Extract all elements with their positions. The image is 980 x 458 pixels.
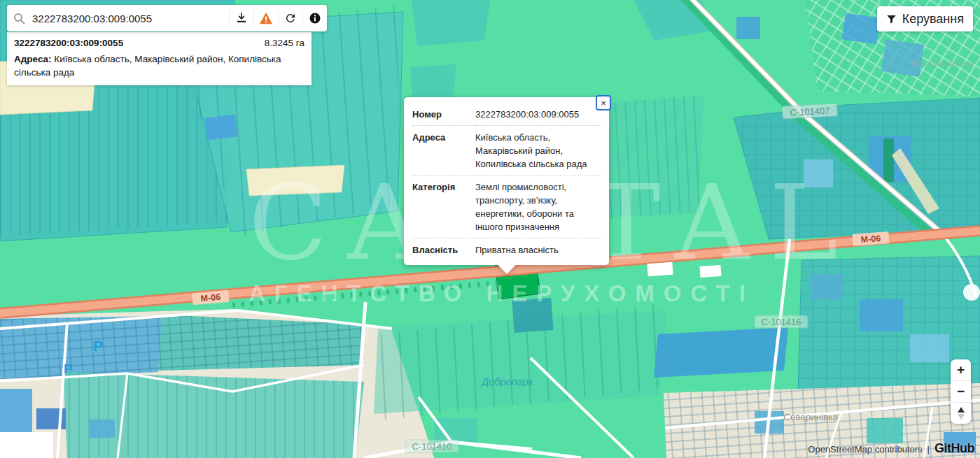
map-attribution: OpenStreetMap contributors | GitHub bbox=[808, 441, 974, 456]
address-label: Адреса: bbox=[14, 54, 52, 64]
zoom-in-button[interactable]: + bbox=[951, 359, 971, 381]
highway-shield-m06-right: М-06 bbox=[852, 231, 889, 246]
osm-attribution-link[interactable]: OpenStreetMap contributors bbox=[808, 444, 922, 455]
manage-button-label: Керування bbox=[902, 12, 964, 27]
row-label: Номер bbox=[412, 103, 475, 126]
refresh-button[interactable] bbox=[278, 9, 302, 27]
place-label-dobropark: Добропарк bbox=[480, 376, 534, 387]
compass-icon bbox=[958, 407, 965, 420]
parcel-area: 8.3245 га bbox=[265, 38, 304, 48]
download-button[interactable] bbox=[229, 9, 253, 27]
attribution-separator: | bbox=[927, 444, 930, 455]
warning-button[interactable] bbox=[253, 9, 278, 27]
row-label: Категорія bbox=[412, 176, 475, 238]
place-label-severynivka: Северинівка bbox=[783, 412, 839, 422]
svg-text:С-101416: С-101416 bbox=[761, 317, 801, 327]
svg-text:С-101410: С-101410 bbox=[412, 441, 451, 452]
row-value: Землі промисловості, транспорту, зв’язку… bbox=[475, 176, 601, 238]
search-icon bbox=[7, 13, 31, 24]
row-label: Власність bbox=[412, 238, 475, 262]
search-bar bbox=[7, 5, 327, 31]
warning-icon bbox=[259, 12, 273, 24]
popup-close-button[interactable]: × bbox=[596, 95, 611, 110]
road-label-c101407: С-101407 bbox=[783, 103, 838, 119]
road-label-c101416: С-101416 bbox=[755, 315, 808, 328]
parcel-number: 3222783200:03:009:0055 bbox=[14, 38, 123, 48]
refresh-icon bbox=[284, 12, 297, 24]
svg-text:С-101407: С-101407 bbox=[790, 106, 830, 118]
github-logo[interactable]: GitHub bbox=[934, 441, 974, 456]
svg-text:М-06: М-06 bbox=[200, 292, 221, 303]
info-icon bbox=[309, 12, 321, 24]
table-row: Адреса Київська область, Макарівський ра… bbox=[412, 126, 601, 176]
compass-button[interactable] bbox=[951, 403, 971, 424]
table-row: Категорія Землі промисловості, транспорт… bbox=[412, 176, 601, 238]
manage-button[interactable]: Керування bbox=[877, 6, 973, 31]
row-value: Приватна власність bbox=[475, 238, 601, 262]
road-label-c101410: С-101410 bbox=[405, 440, 458, 452]
parcel-info-popup: × Номер 3222783200:03:009:0055 Адреса Ки… bbox=[404, 97, 609, 265]
row-value: Київська область, Макарівський район, Ко… bbox=[475, 126, 601, 176]
row-value: 3222783200:03:009:0055 bbox=[475, 103, 601, 126]
parking-icon: Р bbox=[93, 338, 103, 354]
svg-text:М-06: М-06 bbox=[860, 234, 881, 245]
filter-icon bbox=[886, 14, 897, 24]
download-icon bbox=[235, 12, 248, 24]
map-navigation-control: + − bbox=[951, 359, 971, 424]
info-button[interactable] bbox=[302, 9, 327, 27]
parcel-address: Адреса: Київська область, Макарівський р… bbox=[14, 52, 304, 79]
place-label-nova-berezivka: Нова Березівка bbox=[911, 59, 974, 69]
address-text: Київська область, Макарівський район, Ко… bbox=[14, 54, 281, 78]
row-label: Адреса bbox=[412, 126, 475, 176]
search-input[interactable] bbox=[31, 12, 229, 25]
parking-icon: Р bbox=[64, 362, 72, 376]
table-row: Номер 3222783200:03:009:0055 bbox=[412, 103, 601, 126]
parcel-details-table: Номер 3222783200:03:009:0055 Адреса Київ… bbox=[412, 103, 601, 261]
parcel-result-card[interactable]: 3222783200:03:009:0055 8.3245 га Адреса:… bbox=[7, 32, 312, 85]
zoom-out-button[interactable]: − bbox=[951, 381, 971, 403]
